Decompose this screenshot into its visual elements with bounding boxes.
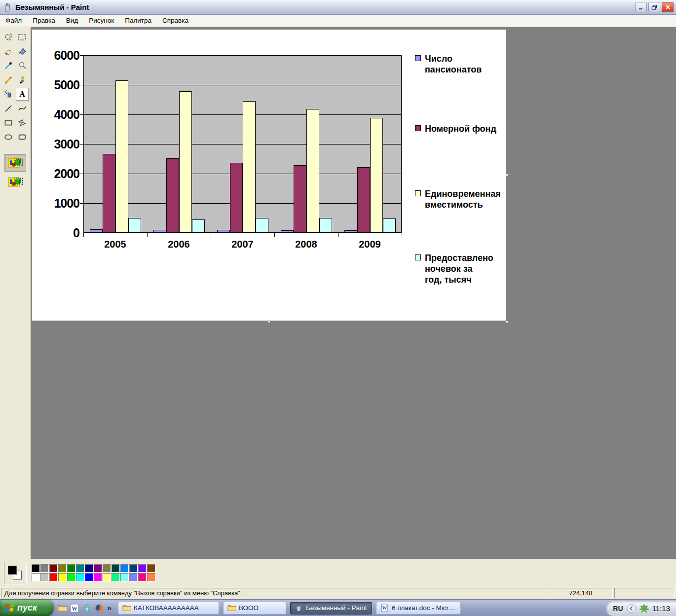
antivirus-shield-icon[interactable] (639, 604, 649, 613)
palette-color-row1-10[interactable] (112, 564, 120, 573)
palette-color-row2-9[interactable] (103, 573, 111, 581)
palette-color-row1-2[interactable] (40, 564, 49, 573)
quick-launch-internet-explorer[interactable]: e (82, 604, 91, 613)
palette-color-row1-11[interactable] (120, 564, 129, 573)
palette-color-row1-4[interactable] (58, 564, 67, 573)
svg-text:A: A (19, 90, 25, 98)
menu-6[interactable]: Справка (157, 15, 194, 27)
palette-color-row1-9[interactable] (103, 564, 111, 573)
canvas-resize-handle-bottom[interactable] (268, 321, 270, 323)
tool-eraser[interactable] (2, 45, 15, 58)
tool-free-form-select[interactable] (2, 31, 15, 43)
canvas-resize-handle-corner[interactable] (506, 321, 508, 323)
taskbar-button-3[interactable]: Безымянный - Paint (290, 602, 372, 615)
current-color-indicator[interactable] (4, 562, 27, 584)
option-opaque-background[interactable] (4, 154, 26, 172)
tool-rounded-rectangle[interactable] (16, 131, 29, 144)
taskbar-button-2[interactable]: ВООО (223, 602, 286, 615)
tool-rectangle[interactable] (2, 116, 15, 129)
bar-число-пансионатов-2005 (90, 229, 103, 232)
palette-color-row2-3[interactable] (49, 573, 58, 581)
tool-airbrush[interactable] (2, 88, 15, 101)
taskbar-button-1[interactable]: КАТКОВААААААААА (118, 602, 219, 615)
taskbar-button-4[interactable]: W6 плакат.doc - Micro... (376, 602, 461, 615)
minimize-button[interactable] (635, 2, 647, 12)
restore-button[interactable] (648, 2, 660, 12)
palette-color-row1-1[interactable] (32, 564, 40, 573)
foreground-color-swatch (8, 566, 17, 575)
tool-pick-color[interactable] (2, 59, 15, 72)
legend-label: Предоставленоночевок загод, тысяч (425, 253, 504, 285)
menu-4[interactable]: Рисунок (83, 15, 119, 27)
tool-select[interactable] (16, 31, 29, 43)
legend-marker (415, 254, 421, 260)
clock[interactable]: 11:13 (652, 604, 670, 613)
bar-предоставлено-ночевок-за-год-тысяч-2006 (192, 219, 205, 232)
bar-предоставлено-ночевок-за-год-тысяч-2008 (319, 218, 332, 232)
palette-color-row2-10[interactable] (112, 573, 120, 581)
palette-color-row2-4[interactable] (58, 573, 67, 581)
palette-color-row2-11[interactable] (120, 573, 129, 581)
x-tick-label: 2006 (147, 239, 211, 250)
canvas-resize-handle-right[interactable] (506, 174, 508, 176)
palette-color-row1-14[interactable] (147, 564, 155, 573)
palette-color-row2-7[interactable] (85, 573, 93, 581)
palette-color-row2-1[interactable] (32, 573, 40, 581)
paint-canvas[interactable]: 6000500040003000200010000200520062007200… (32, 30, 506, 321)
palette-color-row1-8[interactable] (94, 564, 102, 573)
option-transparent-background[interactable] (4, 173, 26, 191)
x-tick-mark (402, 233, 402, 237)
tool-fill-with-color[interactable] (16, 45, 29, 58)
hide-icons-chevron-icon[interactable] (627, 604, 636, 613)
palette-color-row1-5[interactable] (67, 564, 75, 573)
quick-launch-word[interactable]: W (70, 604, 79, 613)
palette-color-row1-13[interactable] (138, 564, 147, 573)
bar-единовременная-вместимость-2008 (306, 109, 319, 232)
tool-line[interactable] (2, 102, 15, 115)
word-icon: W (70, 604, 79, 613)
status-cursor-coordinates: 724,148 (549, 588, 613, 598)
language-indicator[interactable]: RU (613, 605, 623, 613)
tool-text[interactable]: A (16, 88, 29, 101)
tool-curve[interactable] (16, 102, 29, 115)
palette-color-row2-14[interactable] (147, 573, 155, 581)
folder-icon (227, 604, 236, 612)
palette-color-row2-12[interactable] (129, 573, 138, 581)
close-button[interactable] (662, 2, 674, 12)
palette-color-row2-8[interactable] (94, 573, 102, 581)
quick-launch-folder[interactable] (58, 604, 67, 613)
menu-3[interactable]: Вид (61, 15, 83, 27)
quick-launch-bar: We» (53, 604, 116, 613)
bar-число-пансионатов-2009 (344, 230, 357, 232)
x-tick-label: 2005 (83, 239, 147, 250)
start-button-label: пуск (17, 603, 37, 613)
start-button[interactable]: пуск (0, 600, 53, 616)
bar-единовременная-вместимость-2009 (370, 118, 383, 232)
windows-logo-icon (5, 603, 14, 613)
y-tick-label: 2000 (34, 167, 79, 181)
palette-color-row1-6[interactable] (76, 564, 84, 573)
quick-launch-firefox[interactable] (95, 604, 104, 613)
tool-pencil[interactable] (2, 73, 15, 86)
bar-число-пансионатов-2007 (217, 230, 230, 232)
palette-color-row2-13[interactable] (138, 573, 147, 581)
tool-ellipse[interactable] (2, 131, 15, 144)
palette-color-row1-3[interactable] (49, 564, 58, 573)
bar-число-пансионатов-2008 (281, 230, 294, 232)
menu-1[interactable]: Файл (0, 15, 27, 27)
menu-2[interactable]: Правка (27, 15, 61, 27)
tool-brush[interactable] (16, 73, 29, 86)
taskbar-button-label: 6 плакат.doc - Micro... (392, 604, 456, 612)
bar-число-пансионатов-2006 (153, 230, 166, 232)
menu-5[interactable]: Палитра (119, 15, 157, 27)
palette-color-row2-2[interactable] (40, 573, 49, 581)
tool-polygon[interactable] (16, 116, 29, 129)
tool-magnifier[interactable] (16, 59, 29, 72)
palette-color-row2-6[interactable] (76, 573, 84, 581)
fill-with-color-icon (17, 46, 27, 56)
palette-color-row1-12[interactable] (129, 564, 138, 573)
palette-color-row1-7[interactable] (85, 564, 93, 573)
color-palette-bar (0, 559, 676, 586)
palette-color-row2-5[interactable] (67, 573, 75, 581)
quick-launch-overflow-chevron[interactable]: » (107, 604, 112, 613)
